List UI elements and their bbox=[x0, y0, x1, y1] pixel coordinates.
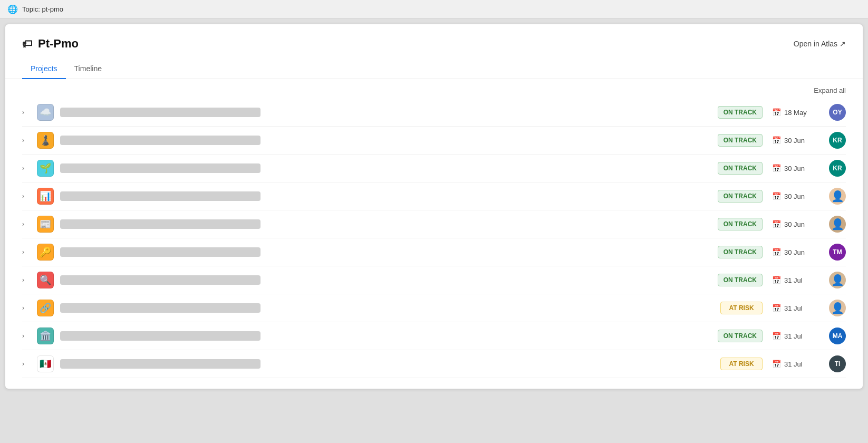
project-icon: 🔑 bbox=[37, 244, 54, 261]
chevron-icon[interactable]: › bbox=[22, 304, 31, 312]
date-info: 📅30 Jun bbox=[772, 220, 819, 228]
date-text: 30 Jun bbox=[784, 137, 805, 145]
status-badge: ON TRACK bbox=[718, 106, 763, 119]
chevron-icon[interactable]: › bbox=[22, 137, 31, 144]
browser-bar: 🌐 Topic: pt-pmo bbox=[0, 0, 868, 19]
calendar-icon: 📅 bbox=[772, 276, 781, 284]
table-row: ›☁️ON TRACK📅18 MayOY bbox=[22, 99, 846, 127]
table-row: ›♟️ON TRACK📅30 JunKR bbox=[22, 127, 846, 155]
project-icon: 🇲🇽 bbox=[37, 355, 54, 372]
table-row: ›🔍ON TRACK📅31 Jul👤 bbox=[22, 266, 846, 294]
status-badge: ON TRACK bbox=[718, 330, 763, 342]
date-info: 📅30 Jun bbox=[772, 164, 819, 172]
table-row: ›📊ON TRACK📅30 Jun👤 bbox=[22, 182, 846, 210]
calendar-icon: 📅 bbox=[772, 164, 781, 172]
tab-timeline[interactable]: Timeline bbox=[66, 59, 110, 79]
avatar: KR bbox=[829, 132, 846, 149]
status-badge: ON TRACK bbox=[718, 190, 763, 203]
date-info: 📅18 May bbox=[772, 108, 819, 117]
project-meta: ON TRACK📅30 JunKR bbox=[667, 160, 846, 177]
project-icon: 📊 bbox=[37, 188, 54, 205]
project-name-bar bbox=[60, 331, 261, 341]
project-icon: 🔗 bbox=[37, 300, 54, 316]
date-text: 18 May bbox=[784, 109, 807, 117]
project-name-bar bbox=[60, 303, 261, 313]
date-info: 📅31 Jul bbox=[772, 360, 819, 368]
calendar-icon: 📅 bbox=[772, 248, 781, 256]
avatar: OY bbox=[829, 104, 846, 121]
chevron-icon[interactable]: › bbox=[22, 332, 31, 340]
tag-icon: 🏷 bbox=[22, 38, 33, 50]
status-badge: ON TRACK bbox=[718, 274, 763, 286]
chevron-icon[interactable]: › bbox=[22, 276, 31, 284]
avatar: 👤 bbox=[829, 188, 846, 205]
project-meta: ON TRACK📅31 JulMA bbox=[667, 328, 846, 344]
project-meta: AT RISK📅31 Jul👤 bbox=[667, 300, 846, 316]
avatar: TI bbox=[829, 355, 846, 372]
project-meta: ON TRACK📅31 Jul👤 bbox=[667, 272, 846, 288]
date-info: 📅31 Jul bbox=[772, 276, 819, 284]
open-in-atlas-link[interactable]: Open in Atlas ↗ bbox=[794, 40, 846, 48]
date-info: 📅30 Jun bbox=[772, 136, 819, 145]
project-icon: ♟️ bbox=[37, 132, 54, 149]
table-row: ›🔑ON TRACK📅30 JunTM bbox=[22, 238, 846, 266]
avatar: 👤 bbox=[829, 272, 846, 288]
calendar-icon: 📅 bbox=[772, 108, 781, 117]
project-name-bar bbox=[60, 136, 261, 145]
avatar: TM bbox=[829, 244, 846, 261]
avatar: 👤 bbox=[829, 300, 846, 316]
status-badge: AT RISK bbox=[720, 302, 763, 314]
date-text: 31 Jul bbox=[784, 332, 803, 340]
status-badge: ON TRACK bbox=[718, 246, 763, 258]
calendar-icon: 📅 bbox=[772, 360, 781, 368]
table-row: ›📰ON TRACK📅30 Jun👤 bbox=[22, 210, 846, 238]
avatar: 👤 bbox=[829, 216, 846, 233]
chevron-icon[interactable]: › bbox=[22, 109, 31, 116]
project-icon: 📰 bbox=[37, 216, 54, 233]
project-icon: 🌱 bbox=[37, 160, 54, 177]
calendar-icon: 📅 bbox=[772, 192, 781, 200]
project-icon: 🔍 bbox=[37, 272, 54, 288]
project-meta: ON TRACK📅30 JunKR bbox=[667, 132, 846, 149]
project-name-bar bbox=[60, 359, 261, 369]
table-row: ›🏛️ON TRACK📅31 JulMA bbox=[22, 322, 846, 350]
expand-all-button[interactable]: Expand all bbox=[814, 86, 846, 94]
tabs-container: Projects Timeline bbox=[22, 59, 846, 79]
project-meta: ON TRACK📅30 Jun👤 bbox=[667, 188, 846, 205]
status-badge: ON TRACK bbox=[718, 218, 763, 230]
chevron-icon[interactable]: › bbox=[22, 360, 31, 368]
date-text: 30 Jun bbox=[784, 248, 805, 256]
date-text: 30 Jun bbox=[784, 165, 805, 172]
content-header: Expand all bbox=[22, 79, 846, 99]
page-title: 🏷 Pt-Pmo bbox=[22, 37, 79, 51]
main-container: 🏷 Pt-Pmo Open in Atlas ↗ Projects Timeli… bbox=[5, 24, 863, 389]
calendar-icon: 📅 bbox=[772, 220, 781, 228]
chevron-icon[interactable]: › bbox=[22, 248, 31, 256]
date-text: 30 Jun bbox=[784, 192, 805, 200]
calendar-icon: 📅 bbox=[772, 332, 781, 340]
chevron-icon[interactable]: › bbox=[22, 220, 31, 228]
date-info: 📅30 Jun bbox=[772, 248, 819, 256]
chevron-icon[interactable]: › bbox=[22, 192, 31, 200]
project-meta: ON TRACK📅18 MayOY bbox=[667, 104, 846, 121]
project-icon: ☁️ bbox=[37, 104, 54, 121]
status-badge: ON TRACK bbox=[718, 134, 763, 147]
project-name-bar bbox=[60, 108, 261, 117]
table-row: ›🔗AT RISK📅31 Jul👤 bbox=[22, 294, 846, 322]
date-info: 📅31 Jul bbox=[772, 304, 819, 312]
project-name-bar bbox=[60, 247, 261, 257]
project-meta: AT RISK📅31 JulTI bbox=[667, 355, 846, 372]
date-text: 30 Jun bbox=[784, 220, 805, 228]
avatar: MA bbox=[829, 328, 846, 344]
page-header: 🏷 Pt-Pmo Open in Atlas ↗ Projects Timeli… bbox=[5, 24, 863, 79]
status-badge: AT RISK bbox=[720, 358, 763, 370]
table-row: ›🌱ON TRACK📅30 JunKR bbox=[22, 155, 846, 182]
project-icon: 🏛️ bbox=[37, 328, 54, 344]
tab-projects[interactable]: Projects bbox=[22, 59, 66, 79]
calendar-icon: 📅 bbox=[772, 136, 781, 145]
project-list: ›☁️ON TRACK📅18 MayOY›♟️ON TRACK📅30 JunKR… bbox=[22, 99, 846, 378]
project-name-bar bbox=[60, 275, 261, 285]
globe-icon: 🌐 bbox=[7, 4, 18, 14]
browser-title: Topic: pt-pmo bbox=[22, 5, 63, 13]
chevron-icon[interactable]: › bbox=[22, 165, 31, 172]
